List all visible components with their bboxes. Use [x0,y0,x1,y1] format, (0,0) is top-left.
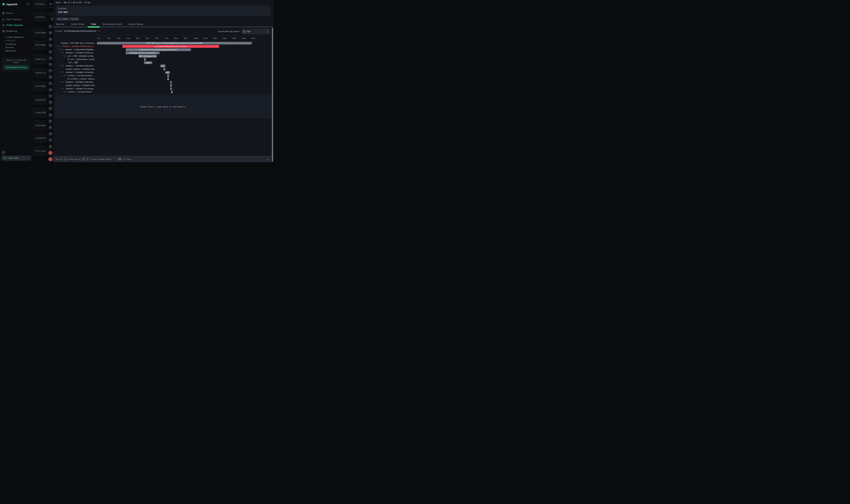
map-pin-icon[interactable] [48,69,53,73]
trace-tree-row[interactable]: ∨(2)cart | POST /oteldemo.CartSe… [53,55,97,58]
chevron-down-icon[interactable]: ∨ [59,71,60,73]
collapse-sidebar-icon[interactable] [27,3,30,5]
map-pin-icon[interactable] [48,43,53,48]
trace-tree-row[interactable]: ∨(1)currency | Currency/Convert [53,74,97,78]
key-arrow-right[interactable]: → [64,158,67,161]
close-icon[interactable]: × [267,158,269,161]
tab-trace[interactable]: Trace [91,23,96,25]
map-pin-icon[interactable] [48,37,53,41]
trace-tree-row[interactable]: ∨(1)currency | Currency/Convert [53,91,97,94]
session-card[interactable]: Anonymous [33,0,47,9]
scrollbar-thumb[interactable] [272,28,273,161]
span-bar[interactable]: ( [144,58,146,61]
sidebar-item-chart-explorer[interactable]: Chart Explorer [0,17,33,22]
key-arrow-left[interactable]: ← [60,158,63,161]
span-bar[interactable]: ( [170,81,172,84]
chevron-down-icon[interactable]: ∨ [59,88,60,89]
chevron-down-icon[interactable]: ∨ [61,55,62,57]
chevron-down-icon[interactable]: ∨ [61,91,62,92]
session-card[interactable]: Shaniya.Sc [33,68,47,78]
trace-tree-row[interactable]: cart | GetCartAsync called… [53,58,97,61]
span-bar[interactable]: ( [170,84,172,87]
span-bar[interactable]: otel [165,71,170,74]
map-pin-icon[interactable] [48,138,53,142]
map-pin-icon[interactable] [48,125,53,130]
session-card[interactable]: Anonymous [33,12,47,22]
tab-surrounding-context[interactable]: Surrounding Context [103,23,122,25]
session-card[interactable]: Howard.Run [33,94,47,105]
map-pin-icon[interactable] [48,56,53,60]
chevron-down-icon[interactable]: ∨ [59,65,60,67]
trace-tree-row[interactable]: cart | HGET [53,61,97,65]
chevron-down-icon[interactable]: ∨ [56,46,57,47]
trace-tree-row[interactable]: currency | Convert convers… [53,77,97,81]
key-j[interactable]: j [86,158,89,161]
span-bar[interactable]: ( [171,91,173,93]
span-bar[interactable]: POST /oteldemo.Cart [139,55,157,57]
span-bar[interactable]: HGET [144,61,152,64]
trace-tree-row[interactable]: ∨(1)checkout | oteldemo.CurrencySe… [53,71,97,74]
session-card[interactable]: Ernesto33@ [33,107,47,118]
log-source-select[interactable]: Logs [241,29,270,34]
map-pin-icon[interactable] [48,132,53,136]
session-card[interactable]: Pearl43@ho [33,120,47,131]
trace-tree-row[interactable]: ∨(1)checkout | oteldemo.ProductCat… [53,65,97,68]
chevron-down-icon[interactable]: ∨ [59,52,60,53]
trace-tree-row[interactable]: frontend | HTTP POST http://frontend:… [53,42,97,45]
map-pin-icon[interactable] [48,31,53,35]
sidebar-item-clickhouse[interactable]: Clickhouse [5,43,16,45]
trace-tree-row[interactable]: ∨(1)checkout | oteldemo.ProductCat… [53,81,97,84]
map-pin-icon[interactable] [48,88,53,92]
map-pin-icon[interactable] [48,106,53,111]
terminal-icon[interactable] [48,157,53,161]
span-bar[interactable]: ( [170,87,172,90]
session-card[interactable]: Roderick_S [33,54,47,64]
trace-tree-row[interactable]: ∨(1)checkout | oteldemo.CurrencySe… [53,87,97,91]
sidebar-item-search[interactable]: Search [0,11,33,16]
trace-tree-row[interactable]: ∨(2)checkout | oteldemo.CheckoutServic… [53,45,97,48]
map-pin-icon[interactable] [48,94,53,98]
span-bar[interactable]: HTTP POST http://frontend:8080/api/check… [97,42,252,44]
trace-tree-row[interactable]: product-catalog | oteldemo.Prod… [53,84,97,87]
service-name-chip[interactable]: ServiceName: frontend [56,17,79,21]
key-k[interactable]: k [82,158,85,161]
tab-column-values[interactable]: Column Values [71,23,85,25]
get-started-button[interactable]: Get Started for Free [3,65,29,70]
map-pin-icon[interactable] [48,113,53,117]
edit-pencil-icon[interactable]: ✎ [99,30,100,32]
help-button[interactable]: ? [1,150,5,155]
map-pin-icon[interactable] [48,62,53,67]
sidebar-item-dashboards[interactable]: Dashboards ∧ [0,29,33,34]
map-pin-icon[interactable] [48,75,53,79]
map-pin-icon[interactable] [48,24,53,29]
local-mode-menu[interactable]: U Local mode › [1,156,31,161]
map-pin-icon[interactable] [48,119,53,124]
map-pin-icon[interactable] [48,144,53,149]
tab-session-replay[interactable]: Session Replay [129,23,143,25]
map-pin-icon[interactable] [48,81,53,86]
sidebar-item-kubernetes[interactable]: Kubernetes [5,50,16,52]
trace-tree-row[interactable]: product-catalog | oteldemo.Prod… [53,68,97,71]
chevron-down-icon[interactable]: ∨ [58,49,59,50]
span-bar[interactable]: prepareOrderItemsAndShippingQuoteFromCar… [126,48,191,51]
trace-tree-row[interactable]: ∨(11)checkout | prepareOrderItemsAnd… [53,48,97,51]
chevron-down-icon[interactable]: ∨ [61,75,62,76]
session-card[interactable]: Dolly.Lubo [33,146,47,156]
span-bar[interactable]: ( [163,68,165,71]
span-bar[interactable]: otel [160,65,165,67]
session-card[interactable]: Walton9@ho [33,40,47,50]
tab-overview[interactable]: Overview [56,23,64,25]
trace-tree-row[interactable]: ∨(1)checkout | oteldemo.CartServic… [53,51,97,55]
span-bar[interactable]: ( [167,78,169,80]
span-bar[interactable]: ( [167,74,169,77]
session-card[interactable]: Deion37@gm [33,28,47,38]
span-bar[interactable]: oteldemo.CartService/GetCart [126,52,160,54]
map-pin-icon[interactable] [48,100,53,105]
session-card[interactable]: Kieran92@h [33,81,47,91]
sidebar-item-client-sessions[interactable]: Client Sessions [0,22,33,28]
chevron-up-icon[interactable]: ∧ [29,30,30,32]
session-card[interactable]: Jonathan.B [33,133,47,143]
key-esc[interactable]: ESC [118,158,122,161]
chevron-down-icon[interactable]: ∨ [59,81,60,83]
swap-arrows-icon[interactable] [48,151,53,155]
